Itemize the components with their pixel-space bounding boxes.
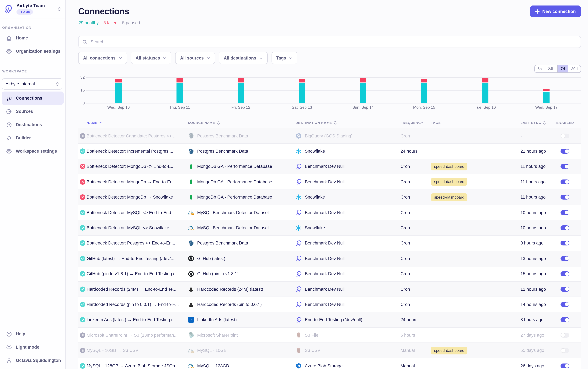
- enabled-toggle[interactable]: [560, 195, 569, 200]
- enabled-toggle[interactable]: [560, 149, 569, 154]
- enabled-cell: [556, 348, 581, 353]
- failed-count: 5 failed: [103, 20, 118, 25]
- enabled-toggle[interactable]: [560, 287, 569, 292]
- enabled-toggle[interactable]: [560, 210, 569, 215]
- team-switcher-chevrons-icon: [58, 7, 61, 13]
- column-header-destination[interactable]: DESTINATION NAME: [295, 120, 400, 125]
- enabled-toggle[interactable]: [560, 256, 569, 261]
- chart-bar-success[interactable]: [238, 83, 244, 103]
- status-success-icon: [80, 225, 85, 231]
- filter-all-statuses[interactable]: All statuses: [131, 52, 171, 64]
- table-row[interactable]: GitHub (pin to v1.8.1) → End-to-End Test…: [78, 266, 581, 281]
- sidebar-item-destinations[interactable]: Destinations: [2, 118, 64, 131]
- column-header-label: TAGS: [431, 121, 441, 124]
- table-row[interactable]: Bottleneck Detector: MySQL <> End-to-End…: [78, 205, 581, 220]
- chart-bar-failed[interactable]: [238, 78, 244, 82]
- enabled-toggle[interactable]: [560, 363, 569, 368]
- enabled-toggle[interactable]: [560, 318, 569, 322]
- chevron-down-icon: [289, 56, 293, 60]
- chart-bar-failed[interactable]: [360, 77, 366, 82]
- connection-name: MySQL - 128GB → Azure Blob Storage JSOn …: [87, 363, 188, 368]
- sidebar-item-workspace-settings[interactable]: Workspace settings: [2, 144, 64, 158]
- filter-all-destinations[interactable]: All destinations: [219, 52, 268, 64]
- table-row[interactable]: Bottleneck Detector Candidate: Postgres …: [78, 128, 581, 144]
- enabled-toggle[interactable]: [560, 348, 569, 353]
- enabled-toggle[interactable]: [560, 302, 569, 307]
- table-row[interactable]: MySQL - 10GB → S3 CSVMySQLMySQL - 10GBS3…: [78, 343, 581, 358]
- source-cell: MongoDb GA - Performance Database: [188, 163, 295, 170]
- sidebar-item-home[interactable]: Home: [2, 31, 64, 45]
- sidebar-item-builder[interactable]: Builder: [2, 131, 64, 144]
- chart-bar-failed[interactable]: [482, 77, 488, 82]
- sidebar-item-organization-settings[interactable]: Organization settings: [2, 45, 64, 58]
- new-connection-button[interactable]: New connection: [530, 6, 581, 17]
- toggle-knob: [565, 272, 569, 276]
- time-range-6h[interactable]: 6h: [535, 65, 545, 72]
- filter-tags[interactable]: Tags: [271, 52, 297, 64]
- table-row[interactable]: Bottleneck Detector: Postgres <> End-to-…: [78, 235, 581, 251]
- chart-bar-failed[interactable]: [543, 89, 550, 91]
- filter-all-connections[interactable]: All connections: [78, 52, 127, 64]
- column-header-last_sync[interactable]: LAST SYNC: [520, 120, 556, 125]
- column-header-source[interactable]: SOURCE NAME: [188, 120, 295, 125]
- connection-name: Bottleneck Detector Candidate: Postgres …: [87, 133, 188, 138]
- tags-cell: speed-dashboard: [431, 347, 520, 354]
- chart-bar-failed[interactable]: [176, 77, 183, 82]
- destination-name: S3 CSV: [305, 348, 320, 353]
- table-row[interactable]: Bottleneck Detector: MongoDb → Snowflake…: [78, 189, 581, 205]
- table-row[interactable]: Hardcoded Records (pin to 0.0.1) → End-t…: [78, 297, 581, 312]
- chart-bar-failed[interactable]: [299, 79, 305, 82]
- table-row[interactable]: Bottleneck Detector: Incremental Postgre…: [78, 144, 581, 159]
- chart-bar-success[interactable]: [115, 83, 122, 103]
- time-range-30d[interactable]: 30d: [568, 65, 581, 72]
- chart-bar-failed[interactable]: [421, 79, 427, 82]
- connection-name: Bottleneck Detector: MongoDb → End-to-En…: [87, 179, 188, 184]
- table-row[interactable]: LinkedIn Ads (latest) → End-to-End Testi…: [78, 312, 581, 327]
- sidebar-item-octavia-squiddington[interactable]: Octavia Squiddington: [2, 354, 64, 367]
- search-input[interactable]: [90, 39, 577, 45]
- chart-bar-failed[interactable]: [115, 79, 122, 82]
- chart-bar-success[interactable]: [421, 83, 427, 103]
- enabled-toggle[interactable]: [560, 179, 569, 184]
- sidebar-item-sources[interactable]: Sources: [2, 105, 64, 118]
- source-name: Microsoft SharePoint: [197, 333, 238, 338]
- table-row[interactable]: MySQL - 128GB → Azure Blob Storage JSOn …: [78, 358, 581, 369]
- tag-badge: speed-dashboard: [431, 178, 468, 186]
- destination-cell: S3 CSV: [295, 347, 400, 354]
- workspace-selector-chevrons-icon: [56, 81, 59, 86]
- table-row[interactable]: Bottleneck Detector: MongoDb → End-to-En…: [78, 174, 581, 189]
- source-name: LinkedIn Ads (latest): [197, 318, 237, 322]
- chart-bar-success[interactable]: [360, 83, 366, 103]
- enabled-toggle[interactable]: [560, 226, 569, 230]
- source-name: MongoDb GA - Performance Database: [197, 179, 272, 184]
- time-range-7d[interactable]: 7d: [557, 65, 568, 72]
- sidebar-item-connections[interactable]: Connections: [2, 92, 64, 105]
- sidebar-item-light-mode[interactable]: Light mode: [2, 340, 64, 354]
- toggle-knob: [565, 241, 569, 245]
- table-row[interactable]: Hardcoded Records (24M) → End-to-End Te.…: [78, 281, 581, 297]
- enabled-toggle[interactable]: [560, 241, 569, 246]
- last-sync-cell: 11 hours ago: [520, 195, 556, 200]
- table-row[interactable]: Bottleneck Detector: MongoDb <> End-to-E…: [78, 159, 581, 174]
- sidebar-item-label: Builder: [16, 135, 31, 140]
- table-row[interactable]: Bottleneck Detector: MySQL <> SnowflakeM…: [78, 220, 581, 236]
- filter-all-sources[interactable]: All sources: [175, 52, 215, 64]
- team-switcher[interactable]: Airbyte Team TEAMS: [0, 0, 65, 19]
- chart-bar-success[interactable]: [482, 83, 488, 103]
- enabled-toggle[interactable]: [560, 133, 569, 138]
- chart-bar-success[interactable]: [299, 83, 305, 103]
- time-range-24h[interactable]: 24h: [545, 65, 557, 72]
- tag-badge: speed-dashboard: [431, 193, 468, 201]
- enabled-toggle[interactable]: [560, 333, 569, 338]
- enabled-toggle[interactable]: [560, 271, 569, 276]
- enabled-toggle[interactable]: [560, 164, 569, 169]
- chart-bar-success[interactable]: [543, 92, 550, 103]
- column-header-name[interactable]: NAME: [87, 121, 188, 124]
- sidebar-item-help[interactable]: Help: [2, 327, 64, 340]
- airbyte-logo-icon: [4, 4, 13, 13]
- chart-bar-success[interactable]: [176, 83, 183, 103]
- svg-text:My: My: [188, 213, 190, 215]
- table-row[interactable]: GitHub (latest) → End-to-End Testing (/d…: [78, 251, 581, 266]
- table-row[interactable]: Microsoft SharePoint → S3 (13mb performa…: [78, 327, 581, 343]
- workspace-selector[interactable]: Airbyte Internal: [2, 78, 62, 90]
